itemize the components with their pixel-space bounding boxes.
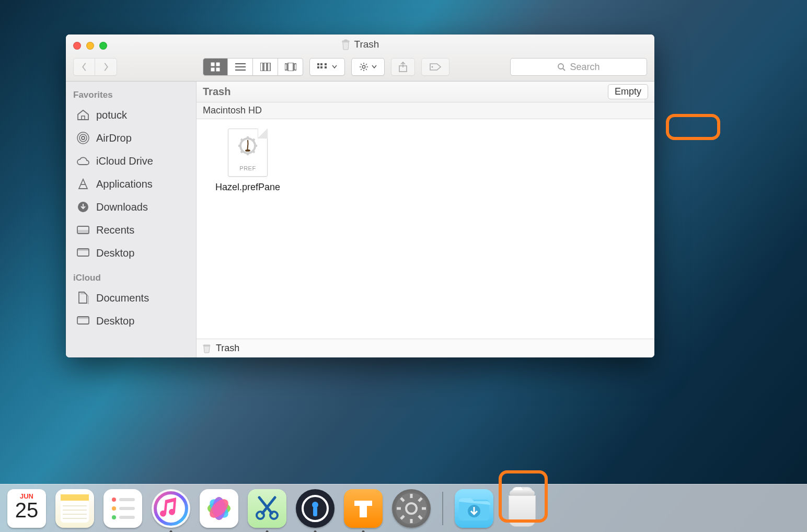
back-button[interactable] (73, 58, 95, 76)
svg-rect-46 (119, 516, 135, 519)
group-by-button[interactable] (309, 58, 345, 76)
file-grid[interactable]: PREF Hazel.prefPane (197, 119, 654, 339)
prefpane-file-icon: PREF (228, 129, 268, 177)
columns-icon (260, 63, 271, 71)
chevron-right-icon (103, 62, 109, 72)
cloud-icon (76, 156, 90, 166)
dock-downloads-stack[interactable] (455, 489, 493, 528)
sidebar-item-label: iCloud Drive (96, 155, 153, 167)
home-icon (76, 109, 90, 121)
sidebar-item-applications[interactable]: Applications (66, 172, 196, 195)
list-view-button[interactable] (228, 58, 253, 76)
svg-point-27 (79, 134, 87, 142)
trash-icon (341, 39, 350, 50)
recents-icon (76, 225, 90, 235)
dock-system-preferences[interactable] (392, 489, 431, 528)
sidebar-item-documents[interactable]: Documents (66, 286, 196, 309)
applications-icon (76, 178, 90, 190)
sidebar-item-desktop-icloud[interactable]: Desktop (66, 309, 196, 332)
search-placeholder: Search (570, 62, 600, 73)
dock-area: JUN 25 (0, 477, 807, 532)
svg-rect-2 (211, 63, 214, 66)
svg-rect-7 (235, 66, 246, 67)
nav-buttons (73, 58, 117, 76)
scissors-icon (248, 489, 286, 528)
svg-rect-4 (211, 68, 214, 71)
svg-rect-11 (268, 63, 270, 71)
location-title: Trash (203, 86, 230, 98)
svg-rect-6 (235, 63, 246, 64)
desktop-icon (76, 316, 90, 326)
sidebar-item-downloads[interactable]: Downloads (66, 195, 196, 218)
action-menu-button[interactable] (351, 58, 385, 76)
itunes-icon (152, 489, 190, 528)
gear-icon (359, 62, 368, 72)
empty-trash-button[interactable]: Empty (608, 84, 648, 99)
file-icon-badge: PREF (228, 165, 267, 171)
svg-rect-60 (313, 507, 317, 516)
dock-1password[interactable] (296, 489, 335, 528)
calendar-day: 25 (7, 499, 46, 522)
letter-t-icon (344, 489, 383, 528)
dock-separator (442, 492, 443, 525)
sidebar-item-recents[interactable]: Recents (66, 218, 196, 241)
svg-rect-9 (260, 63, 263, 71)
window-title-text: Trash (354, 39, 379, 50)
trash-icon (506, 490, 538, 527)
column-view-button[interactable] (253, 58, 278, 76)
share-button[interactable] (391, 58, 415, 76)
chevron-down-icon (372, 65, 377, 69)
sidebar-item-label: potuck (96, 109, 127, 121)
photos-icon (200, 489, 238, 528)
svg-rect-25 (82, 116, 85, 120)
icon-view-button[interactable] (203, 58, 228, 76)
chevron-left-icon (81, 62, 87, 72)
sidebar-item-icloud-drive[interactable]: iCloud Drive (66, 149, 196, 172)
dock-photos[interactable] (200, 489, 238, 528)
window-title: Trash (66, 39, 654, 50)
svg-rect-12 (285, 64, 287, 70)
dock-trash[interactable] (503, 489, 541, 528)
dock-itunes[interactable] (152, 489, 190, 528)
dock-notes[interactable] (55, 489, 94, 528)
svg-rect-20 (325, 66, 327, 68)
dock-calendar[interactable]: JUN 25 (7, 489, 46, 528)
search-field[interactable]: Search (510, 58, 647, 76)
tags-button[interactable] (421, 58, 449, 76)
gallery-view-button[interactable] (278, 58, 303, 76)
path-crumb: Trash (216, 343, 239, 354)
dock-reminders[interactable] (103, 489, 142, 528)
svg-point-41 (112, 498, 116, 502)
reminders-icon (103, 489, 142, 528)
file-item[interactable]: PREF Hazel.prefPane (206, 129, 290, 193)
file-name: Hazel.prefPane (206, 182, 290, 193)
svg-rect-42 (119, 498, 135, 501)
annotation-highlight (666, 114, 720, 140)
svg-point-21 (362, 65, 365, 68)
sidebar-item-label: Desktop (96, 315, 134, 327)
tag-icon (429, 63, 442, 71)
svg-rect-33 (77, 249, 89, 251)
share-icon (399, 62, 407, 72)
titlebar: Trash (66, 34, 654, 82)
running-indicator (314, 530, 317, 533)
svg-rect-14 (294, 64, 296, 70)
downloads-folder-icon (455, 489, 493, 528)
finder-window: Trash (66, 34, 654, 357)
path-bar[interactable]: Trash (197, 339, 654, 357)
running-indicator (362, 530, 365, 533)
group-icon (317, 63, 329, 71)
sidebar-item-desktop[interactable]: Desktop (66, 241, 196, 264)
downloads-icon (76, 201, 90, 213)
forward-button[interactable] (95, 58, 117, 76)
dock-app-green[interactable] (248, 489, 286, 528)
documents-icon (76, 292, 90, 304)
airdrop-icon (76, 132, 90, 144)
svg-rect-15 (317, 63, 319, 65)
group-header: Macintosh HD (197, 102, 654, 119)
sidebar-item-airdrop[interactable]: AirDrop (66, 126, 196, 149)
sidebar-item-home[interactable]: potuck (66, 103, 196, 126)
dock-app-orange[interactable] (344, 489, 383, 528)
svg-rect-13 (288, 63, 293, 71)
svg-point-43 (112, 506, 116, 511)
